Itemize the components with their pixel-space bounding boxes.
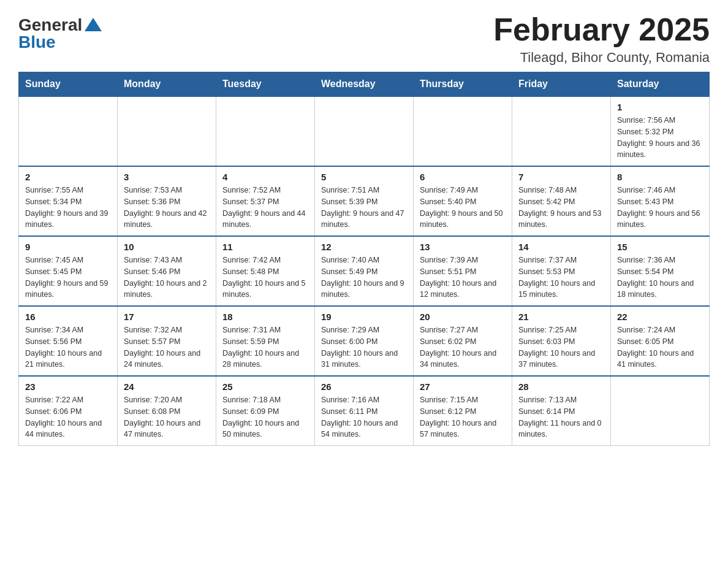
day-number: 18: [222, 312, 308, 322]
day-info: Sunrise: 7:20 AM Sunset: 6:08 PM Dayligh…: [124, 394, 210, 440]
day-info: Sunrise: 7:52 AM Sunset: 5:37 PM Dayligh…: [222, 185, 308, 231]
calendar-week-row: 16Sunrise: 7:34 AM Sunset: 5:56 PM Dayli…: [19, 306, 710, 376]
day-info: Sunrise: 7:55 AM Sunset: 5:34 PM Dayligh…: [25, 185, 111, 231]
day-number: 20: [420, 312, 506, 322]
calendar-cell: [315, 96, 414, 166]
calendar-cell: 24Sunrise: 7:20 AM Sunset: 6:08 PM Dayli…: [118, 376, 216, 446]
calendar-cell: 19Sunrise: 7:29 AM Sunset: 6:00 PM Dayli…: [315, 306, 414, 376]
calendar-cell: 9Sunrise: 7:45 AM Sunset: 5:45 PM Daylig…: [19, 236, 118, 306]
day-number: 16: [25, 312, 111, 322]
day-info: Sunrise: 7:22 AM Sunset: 6:06 PM Dayligh…: [25, 394, 111, 440]
calendar-cell: 20Sunrise: 7:27 AM Sunset: 6:02 PM Dayli…: [414, 306, 512, 376]
day-number: 21: [518, 312, 604, 322]
calendar-cell: 16Sunrise: 7:34 AM Sunset: 5:56 PM Dayli…: [19, 306, 118, 376]
calendar-cell: [118, 96, 216, 166]
day-info: Sunrise: 7:15 AM Sunset: 6:12 PM Dayligh…: [420, 394, 506, 440]
day-number: 2: [25, 172, 111, 182]
day-info: Sunrise: 7:32 AM Sunset: 5:57 PM Dayligh…: [124, 324, 210, 370]
logo-blue-text: Blue: [18, 33, 56, 52]
page-header: General Blue February 2025 Tileagd, Biho…: [18, 12, 710, 66]
calendar-cell: 22Sunrise: 7:24 AM Sunset: 6:05 PM Dayli…: [611, 306, 710, 376]
calendar-table: SundayMondayTuesdayWednesdayThursdayFrid…: [18, 72, 710, 446]
day-info: Sunrise: 7:40 AM Sunset: 5:49 PM Dayligh…: [321, 255, 407, 301]
day-info: Sunrise: 7:37 AM Sunset: 5:53 PM Dayligh…: [518, 255, 604, 301]
calendar-week-row: 2Sunrise: 7:55 AM Sunset: 5:34 PM Daylig…: [19, 166, 710, 236]
calendar-cell: 14Sunrise: 7:37 AM Sunset: 5:53 PM Dayli…: [512, 236, 611, 306]
calendar-cell: [414, 96, 512, 166]
calendar-cell: 18Sunrise: 7:31 AM Sunset: 5:59 PM Dayli…: [216, 306, 315, 376]
calendar-cell: [216, 96, 315, 166]
day-number: 26: [321, 381, 407, 392]
title-block: February 2025 Tileagd, Bihor County, Rom…: [493, 12, 710, 66]
calendar-cell: [19, 96, 118, 166]
calendar-cell: [512, 96, 611, 166]
day-number: 23: [25, 381, 111, 392]
calendar-cell: 27Sunrise: 7:15 AM Sunset: 6:12 PM Dayli…: [414, 376, 512, 446]
day-info: Sunrise: 7:42 AM Sunset: 5:48 PM Dayligh…: [222, 255, 308, 301]
day-info: Sunrise: 7:27 AM Sunset: 6:02 PM Dayligh…: [420, 324, 506, 370]
day-number: 24: [124, 381, 210, 392]
day-info: Sunrise: 7:46 AM Sunset: 5:43 PM Dayligh…: [617, 185, 703, 231]
day-info: Sunrise: 7:18 AM Sunset: 6:09 PM Dayligh…: [222, 394, 308, 440]
calendar-cell: 21Sunrise: 7:25 AM Sunset: 6:03 PM Dayli…: [512, 306, 611, 376]
calendar-day-header: Friday: [512, 72, 611, 97]
day-info: Sunrise: 7:49 AM Sunset: 5:40 PM Dayligh…: [420, 185, 506, 231]
day-number: 3: [124, 172, 210, 182]
day-number: 17: [124, 312, 210, 322]
day-number: 4: [222, 172, 308, 182]
day-info: Sunrise: 7:36 AM Sunset: 5:54 PM Dayligh…: [617, 255, 703, 301]
calendar-header-row: SundayMondayTuesdayWednesdayThursdayFrid…: [19, 72, 710, 97]
calendar-day-header: Wednesday: [315, 72, 414, 97]
calendar-cell: 25Sunrise: 7:18 AM Sunset: 6:09 PM Dayli…: [216, 376, 315, 446]
day-number: 13: [420, 242, 506, 252]
day-info: Sunrise: 7:53 AM Sunset: 5:36 PM Dayligh…: [124, 185, 210, 231]
calendar-cell: 2Sunrise: 7:55 AM Sunset: 5:34 PM Daylig…: [19, 166, 118, 236]
day-info: Sunrise: 7:16 AM Sunset: 6:11 PM Dayligh…: [321, 394, 407, 440]
calendar-cell: 1Sunrise: 7:56 AM Sunset: 5:32 PM Daylig…: [611, 96, 710, 166]
calendar-cell: 26Sunrise: 7:16 AM Sunset: 6:11 PM Dayli…: [315, 376, 414, 446]
calendar-cell: 17Sunrise: 7:32 AM Sunset: 5:57 PM Dayli…: [118, 306, 216, 376]
calendar-week-row: 9Sunrise: 7:45 AM Sunset: 5:45 PM Daylig…: [19, 236, 710, 306]
day-number: 1: [617, 102, 703, 112]
calendar-cell: 8Sunrise: 7:46 AM Sunset: 5:43 PM Daylig…: [611, 166, 710, 236]
day-number: 15: [617, 242, 703, 252]
calendar-cell: 28Sunrise: 7:13 AM Sunset: 6:14 PM Dayli…: [512, 376, 611, 446]
calendar-day-header: Monday: [118, 72, 216, 97]
calendar-day-header: Saturday: [611, 72, 710, 97]
day-info: Sunrise: 7:29 AM Sunset: 6:00 PM Dayligh…: [321, 324, 407, 370]
logo: General Blue: [18, 15, 102, 52]
calendar-day-header: Sunday: [19, 72, 118, 97]
calendar-cell: 12Sunrise: 7:40 AM Sunset: 5:49 PM Dayli…: [315, 236, 414, 306]
calendar-cell: 13Sunrise: 7:39 AM Sunset: 5:51 PM Dayli…: [414, 236, 512, 306]
calendar-day-header: Tuesday: [216, 72, 315, 97]
calendar-cell: 23Sunrise: 7:22 AM Sunset: 6:06 PM Dayli…: [19, 376, 118, 446]
day-number: 22: [617, 312, 703, 322]
day-number: 5: [321, 172, 407, 182]
calendar-week-row: 23Sunrise: 7:22 AM Sunset: 6:06 PM Dayli…: [19, 376, 710, 446]
day-info: Sunrise: 7:13 AM Sunset: 6:14 PM Dayligh…: [518, 394, 604, 440]
calendar-day-header: Thursday: [414, 72, 512, 97]
month-title: February 2025: [493, 12, 710, 47]
day-info: Sunrise: 7:51 AM Sunset: 5:39 PM Dayligh…: [321, 185, 407, 231]
calendar-cell: 11Sunrise: 7:42 AM Sunset: 5:48 PM Dayli…: [216, 236, 315, 306]
day-info: Sunrise: 7:25 AM Sunset: 6:03 PM Dayligh…: [518, 324, 604, 370]
calendar-cell: 5Sunrise: 7:51 AM Sunset: 5:39 PM Daylig…: [315, 166, 414, 236]
day-number: 6: [420, 172, 506, 182]
day-info: Sunrise: 7:43 AM Sunset: 5:46 PM Dayligh…: [124, 255, 210, 301]
day-info: Sunrise: 7:34 AM Sunset: 5:56 PM Dayligh…: [25, 324, 111, 370]
day-number: 10: [124, 242, 210, 252]
day-info: Sunrise: 7:24 AM Sunset: 6:05 PM Dayligh…: [617, 324, 703, 370]
day-number: 27: [420, 381, 506, 392]
day-number: 11: [222, 242, 308, 252]
location-title: Tileagd, Bihor County, Romania: [493, 50, 710, 66]
day-info: Sunrise: 7:56 AM Sunset: 5:32 PM Dayligh…: [617, 115, 703, 161]
calendar-cell: 6Sunrise: 7:49 AM Sunset: 5:40 PM Daylig…: [414, 166, 512, 236]
day-number: 12: [321, 242, 407, 252]
day-number: 9: [25, 242, 111, 252]
day-number: 14: [518, 242, 604, 252]
day-number: 28: [518, 381, 604, 392]
day-info: Sunrise: 7:31 AM Sunset: 5:59 PM Dayligh…: [222, 324, 308, 370]
day-number: 8: [617, 172, 703, 182]
calendar-cell: [611, 376, 710, 446]
day-info: Sunrise: 7:48 AM Sunset: 5:42 PM Dayligh…: [518, 185, 604, 231]
